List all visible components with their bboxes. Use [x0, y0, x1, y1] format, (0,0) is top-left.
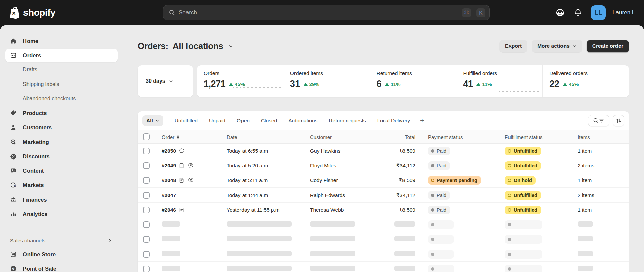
order-number[interactable]: #2049	[162, 163, 176, 169]
table-row[interactable]: #2046 Yesterday at 11:55 p.m Theresa Web…	[138, 203, 629, 217]
comment-icon[interactable]	[179, 148, 185, 154]
avatar[interactable]: LL	[591, 5, 606, 20]
row-checkbox[interactable]	[143, 177, 150, 184]
chevron-down-icon[interactable]	[228, 44, 233, 49]
sidebar-item-label: Marketing	[23, 139, 49, 145]
row-checkbox[interactable]	[143, 266, 150, 272]
sidebar-item-home[interactable]: Home	[5, 34, 118, 48]
fulfillment-status-cell: Unfulfilled	[505, 206, 578, 214]
table-header: Order Date Customer Total Payment status…	[138, 130, 629, 144]
more-actions-button[interactable]: More actions	[532, 40, 582, 52]
assistant-icon[interactable]	[555, 8, 565, 17]
sidebar-subitem-shipping-labels[interactable]: Shipping labels	[5, 77, 118, 91]
row-checkbox[interactable]	[143, 148, 150, 154]
column-total[interactable]: Total	[394, 134, 415, 140]
skeleton-pill	[578, 236, 593, 241]
create-order-button[interactable]: Create order	[587, 40, 629, 52]
column-items[interactable]: Items	[578, 134, 629, 140]
sidebar-item-point-of-sale[interactable]: ¢ Point of Sale	[5, 262, 118, 272]
sidebar-item-label: Products	[23, 110, 47, 116]
status-dot	[431, 194, 434, 197]
comment-icon[interactable]	[187, 162, 194, 169]
note-icon[interactable]	[179, 163, 185, 169]
tab-all[interactable]: All	[142, 115, 163, 126]
order-number[interactable]: #2050	[162, 148, 176, 154]
tab-automations[interactable]: Automations	[288, 118, 317, 124]
stat-orders[interactable]: Orders 1,271 45%	[197, 65, 283, 97]
globe-icon: $	[10, 182, 17, 188]
column-payment-status[interactable]: Payment status	[415, 134, 505, 140]
bell-icon[interactable]	[574, 8, 582, 17]
chevron-right-icon[interactable]	[108, 238, 112, 243]
sort-button[interactable]	[613, 115, 624, 126]
row-checkbox[interactable]	[143, 207, 150, 213]
comment-icon[interactable]	[187, 177, 194, 183]
search-input[interactable]: Search ⌘ K	[163, 5, 490, 20]
order-total: ₹8,509	[394, 177, 415, 183]
payment-status-cell: Paid	[415, 161, 505, 170]
column-fulfillment-status[interactable]: Fulfillment status	[505, 134, 578, 140]
tab-unpaid[interactable]: Unpaid	[209, 118, 225, 124]
sidebar-item-online-store[interactable]: Online Store	[5, 248, 118, 261]
skeleton-pill	[394, 236, 415, 241]
tab-open[interactable]: Open	[237, 118, 250, 124]
select-all-checkbox[interactable]	[143, 133, 150, 140]
sidebar-item-content[interactable]: Content	[5, 164, 118, 177]
table-row[interactable]: #2047 Today at 1:44 a.m Ralph Edwards ₹3…	[138, 188, 629, 203]
order-total: ₹34,112	[394, 192, 415, 198]
skeleton-status	[505, 265, 542, 272]
stat-ordered-items[interactable]: Ordered items 31 29%	[283, 65, 370, 97]
chevron-down-icon	[572, 44, 577, 48]
sidebar-item-analytics[interactable]: Analytics	[5, 207, 118, 221]
skeleton-pill	[394, 266, 415, 271]
fulfillment-status-cell: Unfulfilled	[505, 147, 578, 155]
row-checkbox[interactable]	[143, 162, 150, 169]
order-items: 1 item	[578, 177, 629, 183]
sidebar-subitem-drafts[interactable]: Drafts	[5, 63, 118, 76]
order-number[interactable]: #2048	[162, 177, 176, 183]
status-badge: Unfulfilled	[505, 206, 541, 214]
column-customer[interactable]: Customer	[310, 134, 394, 140]
shopify-logo[interactable]: S shopify	[0, 6, 55, 19]
search-filter-button[interactable]	[588, 115, 609, 126]
sidebar-item-customers[interactable]: Customers	[5, 121, 118, 134]
export-button[interactable]: Export	[499, 40, 527, 52]
row-checkbox[interactable]	[143, 192, 150, 199]
stat-returned-items[interactable]: Returned items 6 11%	[370, 65, 456, 97]
sidebar-item-finances[interactable]: Finances	[5, 193, 118, 206]
stat-delivered-orders[interactable]: Delivered orders 22 45%	[542, 65, 629, 97]
sidebar-item-discounts[interactable]: Discounts	[5, 150, 118, 163]
skeleton-pill	[578, 221, 593, 227]
column-date[interactable]: Date	[227, 134, 310, 140]
row-checkbox[interactable]	[143, 251, 150, 258]
tab-return-requests[interactable]: Return requests	[329, 118, 366, 124]
tab-closed[interactable]: Closed	[261, 118, 277, 124]
location-selector-label[interactable]: All locations	[173, 41, 223, 51]
tab-unfulfilled[interactable]: Unfulfilled	[175, 118, 198, 124]
sidebar-subitem-abandoned-checkouts[interactable]: Abandoned checkouts	[5, 92, 118, 105]
stat-value: 31	[290, 79, 300, 89]
date-range-selector[interactable]: 30 days	[138, 65, 193, 97]
sidebar-item-products[interactable]: Products	[5, 106, 118, 120]
row-checkbox[interactable]	[143, 221, 150, 228]
row-checkbox[interactable]	[143, 236, 150, 243]
order-number[interactable]: #2047	[162, 192, 176, 198]
table-row[interactable]: #2050 Today at 6:55 a.m Guy Hawkins ₹8,5…	[138, 144, 629, 158]
sidebar-item-markets[interactable]: $ Markets	[5, 178, 118, 192]
add-view-button[interactable]: +	[420, 117, 424, 124]
sidebar-item-marketing[interactable]: Marketing	[5, 135, 118, 149]
table-row[interactable]: #2048 Today at 5:11 a.m Cody Fisher ₹8,5…	[138, 173, 629, 188]
table-row[interactable]: #2049 Today at 5:20 a.m Floyd Miles ₹34,…	[138, 158, 629, 173]
skeleton-pill	[227, 221, 292, 227]
note-icon[interactable]	[179, 177, 185, 183]
column-order[interactable]: Order	[162, 134, 227, 140]
svg-text:$: $	[14, 184, 16, 188]
order-number[interactable]: #2046	[162, 207, 176, 213]
sidebar-item-orders[interactable]: Orders	[5, 49, 118, 62]
note-icon[interactable]	[179, 207, 185, 213]
status-label: On hold	[514, 178, 532, 183]
search-icon	[169, 9, 175, 16]
stat-fulfilled-orders[interactable]: Fulfilled orders 41 11%	[456, 65, 542, 97]
skeleton-row	[138, 232, 629, 247]
tab-local-delivery[interactable]: Local Delivery	[377, 118, 410, 124]
